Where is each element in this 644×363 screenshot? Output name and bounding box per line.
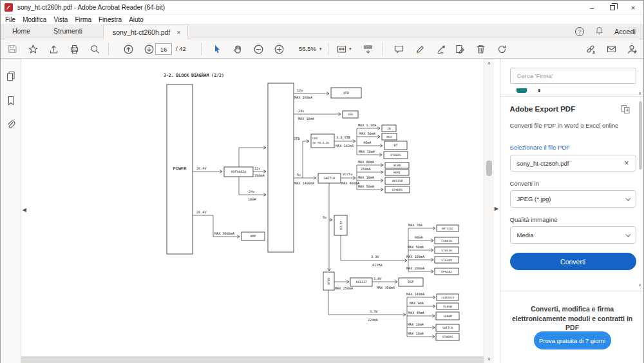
quality-dropdown[interactable]: Media: [510, 226, 636, 244]
panel-collapse-arrow[interactable]: ▶: [495, 206, 498, 211]
tab-home[interactable]: Home: [1, 23, 42, 39]
chevron-down-icon: [625, 195, 630, 201]
document-area[interactable]: POWERKUF9482AAMPVFDVFDLDO5V TO 3.3VIRMCU…: [21, 59, 484, 363]
toolbar-separator: [328, 43, 328, 55]
cursor-icon: [212, 44, 223, 55]
previous-page-button[interactable]: [120, 41, 136, 57]
diagram-label: MAX 1.7mA: [358, 123, 377, 127]
convert-button[interactable]: Converti: [510, 253, 636, 270]
diagram-box-label: AK5358: [392, 179, 403, 182]
panel-scroll-down-icon[interactable]: ∨: [636, 282, 644, 288]
diagram-label: MAX 3000mA: [214, 231, 235, 235]
hand-tool-button[interactable]: [230, 41, 245, 57]
print-button[interactable]: [66, 41, 82, 57]
selected-file-box[interactable]: sony_ht-ct260h.pdf ×: [510, 155, 636, 172]
diagram-box-label: CS8416: [441, 239, 452, 242]
email-button[interactable]: [603, 41, 619, 57]
comment-button[interactable]: [391, 41, 406, 57]
zoom-out-button[interactable]: [251, 41, 266, 57]
fit-width-button[interactable]: [334, 41, 349, 57]
sign-in-button[interactable]: Accedi: [614, 28, 636, 35]
tab-strumenti[interactable]: Strumenti: [42, 23, 94, 39]
main-toolbar: / 42 56,5% ▾ ▾: [1, 39, 643, 59]
upload-icon: [48, 44, 59, 55]
account-button[interactable]: [624, 41, 639, 57]
diagram-label: MAX 50mA: [408, 245, 424, 249]
diagram-box-label: BT: [393, 144, 397, 147]
toolbar-dock-button[interactable]: [360, 41, 375, 57]
diagram-label: MAX 10mA: [298, 117, 315, 121]
bookmarks-button[interactable]: [5, 95, 17, 109]
sign-button[interactable]: [433, 41, 449, 57]
select-tool-button[interactable]: [209, 41, 225, 57]
scrollbar-thumb[interactable]: [486, 161, 492, 176]
document-scrollbar[interactable]: ∧ ∨: [484, 59, 494, 363]
page-edit-button[interactable]: [452, 41, 468, 57]
tab-document[interactable]: sony_ht-ct260h.pdf ×: [103, 24, 188, 39]
minimize-button[interactable]: –: [582, 1, 602, 15]
diagram-label: MAX 10mA: [359, 150, 375, 153]
diagram-label: 12v: [254, 166, 260, 170]
scroll-down-icon[interactable]: ∨: [484, 357, 494, 362]
highlight-button[interactable]: [412, 41, 428, 57]
menu-aiuto[interactable]: Aiuto: [129, 16, 149, 23]
diagram-box-label: OTHERS: [442, 335, 453, 338]
panel-scroll-up-icon[interactable]: ∧: [636, 91, 644, 96]
favorite-star-button[interactable]: [25, 41, 41, 57]
close-button[interactable]: ×: [623, 1, 643, 15]
tools-panel: Adobe Export PDF Converti file PDF in Wo…: [500, 59, 643, 363]
search-icon: [90, 44, 100, 55]
diagram-label: MAX 102mA: [336, 144, 354, 148]
panel-scrollbar-thumb[interactable]: [639, 101, 642, 170]
diagram-label: 200mA: [254, 173, 265, 177]
fit-dropdown-caret-icon[interactable]: ▾: [349, 39, 352, 59]
page-thumbnails-button[interactable]: [5, 70, 17, 84]
scroll-up-icon[interactable]: ∧: [484, 61, 494, 66]
menu-vista[interactable]: Vista: [53, 16, 73, 23]
menu-modifica[interactable]: Modifica: [23, 16, 52, 23]
help-icon[interactable]: ?: [575, 27, 584, 36]
search-button[interactable]: [87, 41, 102, 57]
diagram-label: 3.3V: [371, 255, 379, 259]
diagram-box-label: SWITCH: [442, 326, 453, 329]
diagram-box-label: DSP: [408, 280, 413, 284]
next-page-button[interactable]: [141, 41, 156, 57]
attachments-button[interactable]: [5, 119, 17, 133]
sidebar-collapse-arrow[interactable]: ◀: [23, 207, 26, 213]
zoom-in-button[interactable]: [271, 41, 287, 57]
bell-icon[interactable]: [594, 26, 604, 38]
zoom-level-value[interactable]: 56,5%: [289, 39, 316, 59]
diagram-box-label: OTHERS: [390, 153, 401, 157]
diagram-box-label: VFD: [348, 113, 353, 116]
tab-close-icon[interactable]: ×: [176, 28, 180, 36]
page-number-input[interactable]: [155, 43, 172, 55]
menu-finestra[interactable]: Finestra: [99, 16, 128, 23]
menu-firma[interactable]: Firma: [75, 16, 97, 23]
zoom-dropdown-caret-icon[interactable]: ▾: [319, 39, 322, 59]
window-title: sony_ht-ct260h.pdf - Adobe Acrobat Reade…: [17, 4, 165, 11]
person-add-icon: [627, 44, 638, 55]
diagram-label: 26.4V: [196, 210, 207, 214]
refresh-button[interactable]: [494, 41, 509, 57]
format-dropdown[interactable]: JPEG (*.jpg): [510, 190, 636, 208]
free-trial-button[interactable]: Prova gratuita di 7 giorni: [534, 331, 611, 349]
clear-file-icon[interactable]: ×: [625, 159, 629, 168]
diagram-box-label: MCU: [386, 135, 392, 139]
diagram-label: MAX 400mA: [341, 181, 360, 185]
save-button[interactable]: [5, 41, 20, 57]
restore-button[interactable]: [602, 1, 623, 15]
tab-document-label: sony_ht-ct260h.pdf: [113, 28, 170, 36]
select-file-link[interactable]: Selezionare il file PDF: [510, 144, 570, 151]
menu-file[interactable]: File: [5, 16, 21, 23]
tools-search-input[interactable]: [510, 68, 636, 84]
delete-pages-button[interactable]: [473, 41, 488, 57]
diagram-box-label: HDMI: [393, 171, 401, 174]
share-link-button[interactable]: [583, 41, 598, 57]
diagram-box-label: SWITCH: [324, 177, 335, 180]
share-upload-button[interactable]: [46, 41, 61, 57]
diagram-label: 5v: [297, 173, 301, 177]
diagram-label: MAX 45mA: [408, 311, 425, 315]
diagram-label: 1.8V: [374, 277, 382, 280]
page-bottom-edge: [21, 357, 484, 363]
diagram-label: 224mA: [368, 318, 378, 322]
